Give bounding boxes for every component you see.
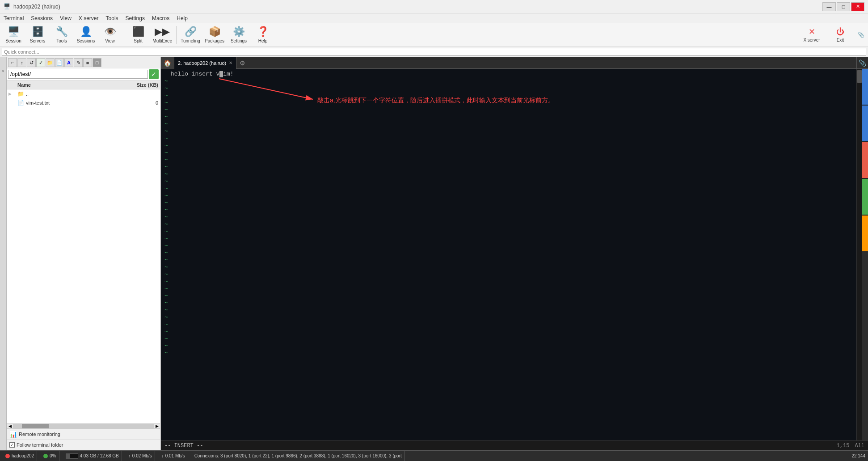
terminal-line-15: ~ (164, 178, 853, 185)
maximize-button[interactable]: □ (837, 2, 850, 11)
minimize-button[interactable]: — (822, 2, 836, 11)
toolbar-multiexec[interactable]: ▶▶ MultiExec (151, 24, 174, 46)
tunneling-label: Tunneling (181, 38, 200, 43)
ram-fill (66, 454, 70, 458)
terminal-line-7: ~ (164, 121, 853, 128)
right-tab-1[interactable] (862, 69, 868, 105)
collapse-toggle[interactable]: « (1, 70, 5, 72)
menu-help[interactable]: Help (173, 13, 191, 23)
scroll-left[interactable]: ◀ (7, 424, 13, 428)
file-panel-bottom: 📊 Remote monitoring ✓ Follow terminal fo… (7, 428, 160, 450)
menu-settings[interactable]: Settings (122, 13, 148, 23)
right-tab-5[interactable] (862, 216, 868, 251)
fp-permissions[interactable]: ■ (83, 58, 92, 67)
toolbar-tunneling[interactable]: 🔗 Tunneling (179, 24, 202, 46)
right-tab-3[interactable] (862, 142, 868, 178)
tilde-gutter: ~ (164, 178, 171, 185)
terminal-status-bar: -- INSERT -- 1,15 All (161, 440, 868, 450)
fp-up[interactable]: ↑ (17, 58, 26, 67)
fp-delete[interactable]: □ (93, 58, 101, 67)
view-label: View (105, 38, 115, 43)
menu-sessions[interactable]: Sessions (27, 13, 56, 23)
remote-monitoring-label: Remote monitoring (19, 431, 60, 437)
tilde-gutter: ~ (164, 142, 171, 149)
new-tab-button[interactable]: ⚙ (236, 57, 248, 69)
toolbar-servers[interactable]: 🗄️ Servers (26, 24, 49, 46)
tab-attach-icon[interactable]: 📎 (856, 57, 868, 69)
fp-newfile[interactable]: 📄 (55, 58, 64, 67)
menu-bar: Terminal Sessions View X server Tools Se… (0, 13, 868, 23)
size-column-header[interactable]: Size (KB) (124, 82, 160, 88)
file-name: .. (26, 91, 122, 97)
menu-xserver[interactable]: X server (75, 13, 102, 23)
list-item[interactable]: 📄 vim-test.txt 0 (7, 98, 160, 107)
follow-terminal-label: Follow terminal folder (17, 442, 63, 448)
session-tab-2[interactable]: 2. hadoop202 (hairuo) ✕ (174, 57, 236, 69)
tab-bar: 🏠 2. hadoop202 (hairuo) ✕ ⚙ 📎 (161, 57, 868, 69)
terminal-scrollbar[interactable] (856, 69, 862, 440)
toolbar-exit[interactable]: ⏻ Exit (827, 24, 854, 46)
toolbar-packages[interactable]: 📦 Packages (203, 24, 226, 46)
scroll-right[interactable]: ▶ (154, 424, 160, 428)
terminal-content[interactable]: hello insert vim! ~ ~ ~ ~ ~ ~ ~ ~ ~ ~ ~ … (161, 69, 856, 440)
terminal-line-34: ~ (164, 314, 853, 321)
terminal-area: 🏠 2. hadoop202 (hairuo) ✕ ⚙ 📎 hello inse… (161, 57, 868, 450)
terminal-line-38: ~ (164, 343, 853, 350)
tilde-gutter: ~ (164, 235, 171, 242)
menu-tools[interactable]: Tools (102, 13, 122, 23)
toolbar-tools[interactable]: 🔧 Tools (50, 24, 73, 46)
toolbar-settings[interactable]: ⚙️ Settings (227, 24, 250, 46)
fp-refresh[interactable]: ↺ (27, 58, 36, 67)
terminal-line-25: ~ (164, 250, 853, 257)
list-item[interactable]: ▶ 📁 .. (7, 89, 160, 98)
toolbar-sessions[interactable]: 👤 Sessions (74, 24, 97, 46)
toolbar-xserver[interactable]: ✕ X server (798, 24, 825, 46)
toolbar-session[interactable]: 🖥️ Session (2, 24, 25, 46)
help-label: Help (258, 38, 268, 43)
title-text: hadoop202 (hairuo) (13, 4, 822, 10)
right-tab-4[interactable] (862, 179, 868, 215)
scrollbar-thumb[interactable] (22, 424, 49, 428)
terminal-line-27: ~ (164, 264, 853, 271)
menu-terminal[interactable]: Terminal (0, 13, 27, 23)
toolbar-help[interactable]: ❓ Help (251, 24, 274, 46)
home-tab[interactable]: 🏠 (161, 57, 174, 69)
terminal-scroll-thumb[interactable] (857, 70, 862, 83)
ram-segment: 4.03 GB / 12.68 GB (63, 451, 122, 461)
folder-icon: 📁 (17, 91, 24, 97)
file-list-header: Name Size (KB) (7, 80, 160, 89)
path-input[interactable] (8, 70, 148, 79)
menu-view[interactable]: View (56, 13, 75, 23)
file-toolbar: ← ↑ ↺ ✓ 📁 📄 A ✎ ■ □ (7, 57, 160, 68)
fp-filter[interactable]: A (64, 58, 73, 67)
right-tab-2[interactable] (862, 106, 868, 141)
monitor-icon: 📊 (9, 431, 17, 438)
fp-back[interactable]: ← (8, 58, 17, 67)
tab-close-icon[interactable]: ✕ (229, 60, 232, 65)
fp-edit[interactable]: ✎ (74, 58, 83, 67)
fp-home[interactable]: ✓ (36, 58, 45, 67)
name-column-header[interactable]: Name (16, 82, 124, 88)
toolbar-split[interactable]: ⬛ Split (126, 24, 150, 46)
tools-label: Tools (56, 38, 67, 43)
remote-monitoring-btn[interactable]: 📊 Remote monitoring (7, 429, 160, 440)
download-icon: ↓ (161, 453, 164, 458)
scrollbar-track[interactable] (13, 424, 154, 428)
ram-usage: 4.03 GB / 12.68 GB (80, 453, 119, 458)
tilde-gutter: ~ (164, 228, 171, 235)
attach-icon[interactable]: 📎 (855, 24, 866, 46)
tilde-gutter: ~ (164, 257, 171, 264)
right-info: 22 144 (851, 453, 865, 458)
view-icon: 👁️ (104, 26, 116, 38)
menu-macros[interactable]: Macros (148, 13, 173, 23)
follow-terminal-checkbox[interactable]: ✓ (9, 442, 15, 448)
quick-connect-input[interactable] (2, 48, 866, 56)
terminal-line-16: ~ (164, 185, 853, 192)
close-button[interactable]: ✕ (851, 2, 864, 11)
follow-terminal-btn[interactable]: ✓ Follow terminal folder (7, 440, 160, 450)
file-panel-scrollbar[interactable]: ◀ ▶ (7, 423, 160, 428)
fp-newfolder[interactable]: 📁 (46, 58, 55, 67)
toolbar-view[interactable]: 👁️ View (98, 24, 122, 46)
path-go-button[interactable]: ✓ (149, 69, 159, 79)
connections-text: Connexions: 3 (port 8020), 1 (port 22), … (194, 453, 402, 458)
